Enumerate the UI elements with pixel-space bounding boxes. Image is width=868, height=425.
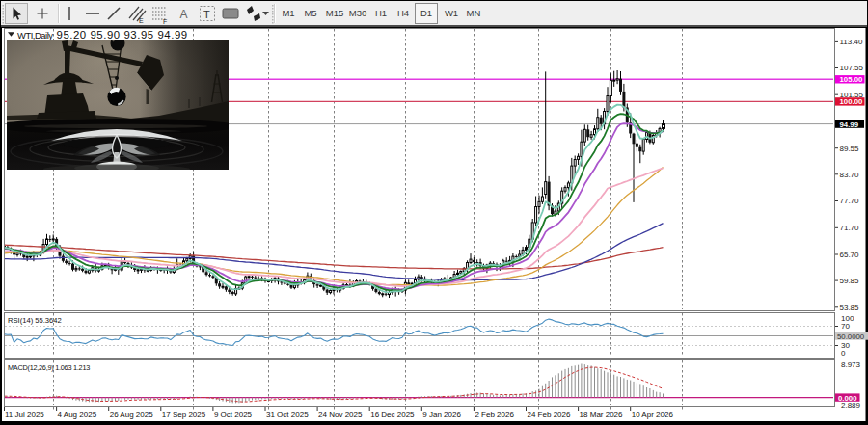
svg-text:113.40: 113.40 bbox=[840, 38, 863, 46]
svg-text:2 Feb 2026: 2 Feb 2026 bbox=[475, 411, 514, 419]
svg-text:8.973: 8.973 bbox=[841, 360, 861, 369]
svg-text:50.0000: 50.0000 bbox=[837, 332, 865, 341]
svg-text:24 Nov 2025: 24 Nov 2025 bbox=[318, 411, 363, 419]
svg-text:RSI(14) 55.3642: RSI(14) 55.3642 bbox=[8, 316, 62, 325]
svg-text:4 Aug 2025: 4 Aug 2025 bbox=[58, 411, 97, 419]
svg-text:0: 0 bbox=[841, 349, 846, 358]
svg-text:31 Oct 2025: 31 Oct 2025 bbox=[266, 411, 309, 419]
svg-text:9 Jan 2026: 9 Jan 2026 bbox=[422, 411, 461, 419]
svg-text:83.70: 83.70 bbox=[840, 171, 860, 179]
svg-text:59.85: 59.85 bbox=[840, 277, 860, 285]
svg-text:F: F bbox=[163, 18, 167, 25]
svg-text:11 Jul 2025: 11 Jul 2025 bbox=[5, 411, 44, 419]
svg-text:16 Dec 2025: 16 Dec 2025 bbox=[370, 411, 415, 419]
svg-text:53.85: 53.85 bbox=[840, 304, 860, 312]
svg-text:T: T bbox=[203, 9, 210, 20]
svg-text:9 Oct 2025: 9 Oct 2025 bbox=[214, 411, 253, 419]
svg-text:71.70: 71.70 bbox=[840, 224, 860, 232]
svg-text:MACD(12,26,9) 1.063 1.213: MACD(12,26,9) 1.063 1.213 bbox=[8, 363, 90, 372]
svg-text:WTI,Daily: WTI,Daily bbox=[17, 30, 53, 40]
svg-text:17 Sep 2025: 17 Sep 2025 bbox=[162, 411, 206, 419]
svg-text:100.00: 100.00 bbox=[840, 97, 864, 106]
svg-text:95.20 95.90 93.95 94.99: 95.20 95.90 93.95 94.99 bbox=[57, 29, 188, 40]
svg-text:A: A bbox=[180, 8, 188, 21]
svg-text:94.99: 94.99 bbox=[840, 120, 859, 129]
svg-text:89.55: 89.55 bbox=[840, 145, 860, 153]
svg-text:10 Apr 2026: 10 Apr 2026 bbox=[632, 411, 674, 419]
svg-text:107.55: 107.55 bbox=[840, 64, 864, 72]
svg-text:105.00: 105.00 bbox=[840, 75, 864, 84]
svg-text:65.70: 65.70 bbox=[840, 251, 860, 259]
svg-text:18 Mar 2026: 18 Mar 2026 bbox=[580, 411, 623, 419]
svg-text:0.000: 0.000 bbox=[838, 394, 857, 403]
svg-text:26 Aug 2025: 26 Aug 2025 bbox=[110, 411, 153, 419]
svg-text:77.70: 77.70 bbox=[840, 197, 860, 205]
svg-text:E: E bbox=[139, 17, 144, 24]
svg-text:24 Feb 2026: 24 Feb 2026 bbox=[528, 411, 571, 419]
svg-text:70: 70 bbox=[841, 322, 850, 331]
